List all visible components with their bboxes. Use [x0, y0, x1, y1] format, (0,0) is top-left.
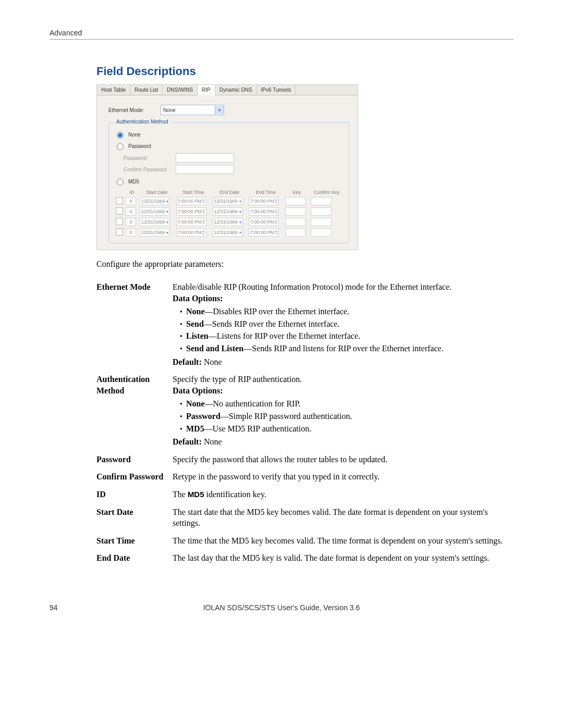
term-id: ID	[96, 486, 173, 503]
start-time-cell[interactable]: 7:00:00 PM▲▼	[176, 218, 206, 226]
desc-start-date: The start date that the MD5 key becomes …	[173, 503, 513, 532]
confirm-key-cell[interactable]	[311, 197, 332, 205]
rip-dialog: Host Table Route List DNS/WINS RIP Dynam…	[96, 84, 358, 250]
end-date-cell[interactable]: 12/31/1969▾	[213, 218, 243, 226]
col-start-time: Start Time	[175, 189, 212, 196]
tab-route-list[interactable]: Route List	[130, 85, 163, 95]
desc-password: Specify the password that allows the rou…	[173, 451, 513, 468]
tab-rip[interactable]: RIP	[198, 85, 215, 95]
chevron-down-icon: ▾	[215, 106, 224, 114]
page-title: Field Descriptions	[96, 65, 513, 78]
key-cell[interactable]	[285, 228, 306, 237]
header-rule	[50, 39, 513, 40]
password-input[interactable]	[176, 153, 234, 163]
desc-ethernet-mode: Enable/disable RIP (Routing Information …	[173, 278, 513, 371]
col-id: ID	[125, 189, 139, 196]
tab-ipv6-tunnels[interactable]: IPv6 Tunnels	[257, 85, 296, 95]
end-time-cell[interactable]: 7:00:00 PM▲▼	[249, 207, 279, 216]
row-checkbox[interactable]	[116, 197, 123, 204]
intro-text: Configure the appropriate parameters:	[96, 260, 513, 269]
row-checkbox[interactable]	[116, 218, 123, 225]
col-end-time: End Time	[248, 189, 284, 196]
end-time-cell[interactable]: 7:00:00 PM▲▼	[249, 197, 279, 205]
term-auth-method: AuthenticationMethod	[96, 371, 173, 451]
table-row: 012/31/1969▾7:00:00 PM▲▼12/31/1969▾7:00:…	[114, 206, 344, 217]
table-row: 012/31/1969▾7:00:00 PM▲▼12/31/1969▾7:00:…	[114, 217, 344, 227]
col-start-date: Start Date	[139, 189, 175, 196]
radio-password[interactable]: Password	[114, 142, 344, 150]
key-cell[interactable]	[285, 197, 306, 205]
col-end-date: End Date	[212, 189, 248, 196]
auth-method-legend: Authentication Method	[114, 119, 170, 125]
row-checkbox[interactable]	[116, 228, 123, 236]
term-password: Password	[96, 451, 173, 468]
start-time-cell[interactable]: 7:00:00 PM▲▼	[176, 207, 206, 216]
term-start-date: Start Date	[96, 503, 173, 532]
term-confirm-password: Confirm Password	[96, 468, 173, 486]
id-cell[interactable]: 0	[126, 197, 136, 205]
id-cell[interactable]: 0	[126, 228, 136, 237]
term-end-date: End Date	[96, 549, 173, 567]
start-date-cell[interactable]: 12/31/1969▾	[140, 207, 170, 216]
ethernet-mode-value: None	[161, 107, 215, 113]
tab-dynamic-dns[interactable]: Dynamic DNS	[215, 85, 257, 95]
radio-password-label: Password	[128, 143, 151, 149]
auth-method-group: Authentication Method None Password Pass…	[108, 122, 349, 243]
end-time-cell[interactable]: 7:00:00 PM▲▼	[249, 228, 279, 237]
table-row: 012/31/1969▾7:00:00 PM▲▼12/31/1969▾7:00:…	[114, 196, 344, 206]
term-ethernet-mode: Ethernet Mode	[96, 278, 173, 371]
footer-text: IOLAN SDS/SCS/STS User's Guide, Version …	[50, 603, 513, 612]
desc-start-time: The time that the MD5 key becomes valid.…	[173, 532, 513, 550]
key-cell[interactable]	[285, 207, 306, 216]
start-date-cell[interactable]: 12/31/1969▾	[140, 228, 170, 237]
desc-auth-method: Specify the type of RIP authentication. …	[173, 371, 513, 451]
page-footer: 94 IOLAN SDS/SCS/STS User's Guide, Versi…	[50, 603, 513, 612]
tab-host-table[interactable]: Host Table	[97, 85, 130, 95]
col-confirm-key: Confirm Key	[310, 189, 344, 196]
radio-none-label: None	[128, 132, 141, 138]
table-row: 012/31/1969▾7:00:00 PM▲▼12/31/1969▾7:00:…	[114, 227, 344, 238]
key-cell[interactable]	[285, 218, 306, 226]
desc-end-date: The last day that the MD5 key is valid. …	[173, 549, 513, 567]
col-key: Key	[284, 189, 310, 196]
end-date-cell[interactable]: 12/31/1969▾	[213, 197, 243, 205]
id-cell[interactable]: 0	[126, 218, 136, 226]
desc-confirm-password: Retype in the password to verify that yo…	[173, 468, 513, 486]
start-time-cell[interactable]: 7:00:00 PM▲▼	[176, 197, 206, 205]
radio-md5[interactable]: MD5	[114, 177, 344, 186]
end-date-cell[interactable]: 12/31/1969▾	[213, 228, 243, 237]
confirm-key-cell[interactable]	[311, 228, 332, 237]
ethernet-mode-select[interactable]: None ▾	[161, 105, 224, 115]
confirm-key-cell[interactable]	[311, 218, 332, 226]
confirm-password-label: Confirm Password:	[124, 167, 176, 172]
md5-table: ID Start Date Start Time End Date End Ti…	[114, 189, 344, 238]
id-cell[interactable]: 0	[126, 207, 136, 216]
radio-none-input[interactable]	[117, 132, 124, 139]
radio-password-input[interactable]	[117, 143, 124, 150]
field-descriptions: Ethernet Mode Enable/disable RIP (Routin…	[96, 278, 513, 567]
start-time-cell[interactable]: 7:00:00 PM▲▼	[176, 228, 206, 237]
header-section: Advanced	[50, 29, 513, 37]
radio-md5-label: MD5	[128, 179, 139, 184]
confirm-password-input[interactable]	[176, 165, 234, 174]
end-date-cell[interactable]: 12/31/1969▾	[213, 207, 243, 216]
password-label: Password:	[124, 155, 176, 161]
tab-dns-wins[interactable]: DNS/WINS	[163, 85, 198, 95]
tab-strip: Host Table Route List DNS/WINS RIP Dynam…	[97, 85, 358, 95]
radio-none[interactable]: None	[114, 130, 344, 139]
desc-id: The MD5 identification key.	[173, 486, 513, 503]
term-start-time: Start Time	[96, 532, 173, 550]
start-date-cell[interactable]: 12/31/1969▾	[140, 197, 170, 205]
row-checkbox[interactable]	[116, 207, 123, 215]
start-date-cell[interactable]: 12/31/1969▾	[140, 218, 170, 226]
confirm-key-cell[interactable]	[311, 207, 332, 216]
radio-md5-input[interactable]	[117, 179, 124, 186]
page-number: 94	[50, 603, 58, 612]
end-time-cell[interactable]: 7:00:00 PM▲▼	[249, 218, 279, 226]
ethernet-mode-label: Ethernet Mode:	[108, 107, 161, 113]
